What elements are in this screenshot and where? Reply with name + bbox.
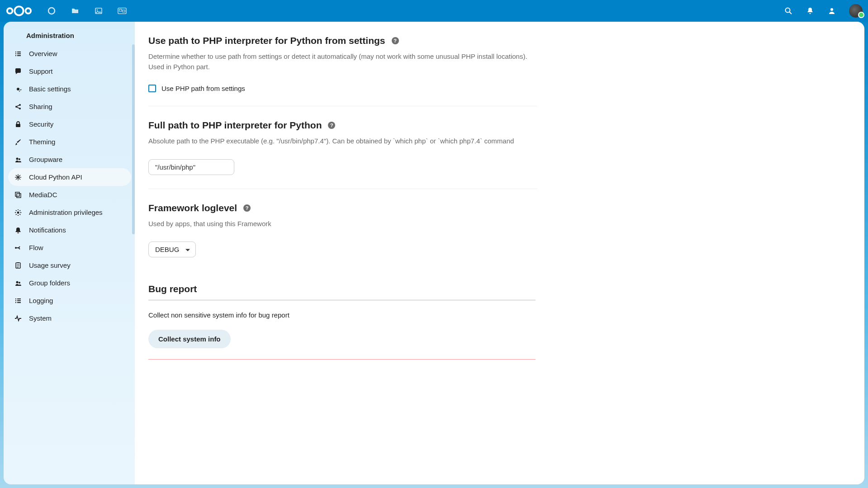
mediadc-app-icon[interactable]: [118, 6, 127, 15]
sidebar-item-label: Group folders: [29, 279, 70, 287]
svg-point-17: [19, 158, 20, 160]
share-icon: [14, 103, 22, 110]
sidebar-item-label: MediaDC: [29, 191, 57, 199]
svg-point-29: [19, 282, 20, 284]
sidebar-heading: Administration: [8, 26, 131, 45]
section-title: Use path to PHP interpreter for Python f…: [148, 35, 537, 46]
nextcloud-logo[interactable]: [5, 4, 33, 18]
title-text: Use path to PHP interpreter for Python f…: [148, 35, 385, 46]
top-header: [0, 0, 868, 22]
group-icon: [14, 280, 22, 287]
section-desc: Determine whether to use path from setti…: [148, 52, 533, 72]
sidebar-item-overview[interactable]: Overview: [8, 45, 131, 62]
sidebar-item-label: Overview: [29, 50, 57, 57]
svg-point-9: [786, 8, 790, 13]
sidebar-item-admin-privileges[interactable]: Administration privileges: [8, 204, 131, 221]
chat-icon: [14, 68, 22, 75]
sidebar-item-notifications[interactable]: Notifications: [8, 221, 131, 239]
title-text: Full path to PHP interpreter for Python: [148, 120, 322, 131]
sidebar-item-usage-survey[interactable]: Usage survey: [8, 256, 131, 274]
select-value: DEBUG: [155, 246, 179, 253]
section-loglevel: Framework loglevel ? Used by apps, that …: [148, 189, 537, 271]
sidebar-item-logging[interactable]: Logging: [8, 292, 131, 309]
sidebar-item-label: Basic settings: [29, 85, 71, 93]
search-icon[interactable]: [784, 6, 793, 15]
php-path-input[interactable]: [148, 159, 234, 175]
sidebar-item-label: Theming: [29, 138, 55, 146]
svg-point-3: [48, 8, 55, 14]
sidebar-item-label: Security: [29, 120, 53, 128]
sidebar-item-support[interactable]: Support: [8, 62, 131, 80]
brush-icon: [14, 138, 22, 146]
section-php-full-path: Full path to PHP interpreter for Python …: [148, 106, 537, 189]
clipboard-icon: [14, 262, 22, 269]
lock-icon: [14, 121, 22, 128]
duplicate-icon: [14, 191, 22, 199]
sidebar-item-cloud-python-api[interactable]: Cloud Python API: [8, 168, 131, 186]
collect-system-info-button[interactable]: Collect system info: [148, 330, 231, 348]
sidebar-item-label: Cloud Python API: [29, 173, 82, 181]
svg-rect-7: [119, 9, 122, 11]
svg-rect-23: [17, 194, 21, 198]
sidebar-item-sharing[interactable]: Sharing: [8, 98, 131, 115]
sidebar-item-label: Support: [29, 67, 53, 75]
sidebar-item-basic-settings[interactable]: Basic settings: [8, 80, 131, 98]
svg-point-14: [19, 108, 21, 109]
sidebar-item-label: Flow: [29, 244, 43, 251]
svg-point-11: [830, 8, 833, 11]
section-desc: Used by apps, that using this Framework: [148, 219, 533, 229]
section-title: Full path to PHP interpreter for Python …: [148, 120, 537, 131]
svg-point-25: [15, 247, 17, 249]
section-desc: Absolute path to the PHP executable (e.g…: [148, 136, 533, 147]
divider: [148, 300, 536, 300]
sidebar-item-label: Groupware: [29, 156, 62, 163]
files-icon[interactable]: [71, 6, 80, 15]
sidebar-item-group-folders[interactable]: Group folders: [8, 274, 131, 292]
photos-icon[interactable]: [94, 6, 103, 15]
flow-icon: [14, 244, 22, 251]
user-avatar[interactable]: [849, 4, 863, 18]
sidebar-item-groupware[interactable]: Groupware: [8, 151, 131, 168]
sidebar-item-label: Notifications: [29, 226, 66, 234]
sidebar-item-label: Logging: [29, 297, 53, 304]
svg-rect-22: [15, 192, 19, 196]
sidebar-item-mediadc[interactable]: MediaDC: [8, 186, 131, 204]
svg-point-13: [19, 104, 21, 106]
svg-point-24: [17, 211, 19, 213]
loglevel-select[interactable]: DEBUG: [148, 242, 196, 257]
contacts-icon[interactable]: [827, 6, 836, 15]
snowflake-icon: [14, 174, 22, 181]
dashboard-icon[interactable]: [47, 6, 56, 15]
sidebar-scrollbar[interactable]: [132, 44, 135, 234]
sidebar-item-theming[interactable]: Theming: [8, 133, 131, 151]
svg-rect-15: [16, 124, 20, 127]
svg-point-16: [16, 157, 19, 160]
bell-icon: [14, 227, 22, 234]
gear-icon: [14, 209, 22, 216]
svg-point-28: [16, 281, 19, 283]
sidebar-item-flow[interactable]: Flow: [8, 239, 131, 256]
sidebar-item-label: System: [29, 314, 52, 322]
activity-icon: [14, 315, 22, 322]
notifications-icon[interactable]: [806, 6, 815, 15]
svg-line-10: [790, 12, 792, 14]
divider: [148, 359, 536, 360]
sidebar-item-label: Usage survey: [29, 261, 71, 269]
sidebar-item-label: Sharing: [29, 103, 52, 110]
sidebar-item-label: Administration privileges: [29, 208, 103, 216]
gear-icon: [14, 85, 22, 93]
group-icon: [14, 156, 22, 163]
use-php-path-checkbox[interactable]: [148, 85, 156, 92]
section-bug-report: Bug report Collect non sensitive system …: [148, 271, 537, 384]
title-text: Framework loglevel: [148, 203, 237, 213]
help-icon[interactable]: ?: [328, 122, 335, 129]
help-icon[interactable]: ?: [392, 37, 399, 44]
list-icon: [14, 50, 22, 57]
sidebar-item-system[interactable]: System: [8, 309, 131, 327]
use-php-path-checkbox-row: Use PHP path from settings: [148, 85, 537, 92]
sidebar-item-security[interactable]: Security: [8, 115, 131, 133]
checkbox-label[interactable]: Use PHP path from settings: [161, 85, 245, 92]
svg-point-2: [26, 8, 31, 14]
help-icon[interactable]: ?: [243, 204, 251, 212]
section-title: Framework loglevel ?: [148, 203, 537, 213]
